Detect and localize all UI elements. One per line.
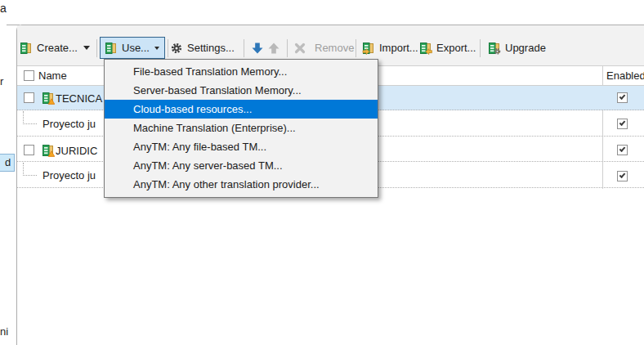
- sidebar-fragment-ni: ni: [0, 325, 8, 338]
- checkmark-icon: [619, 172, 626, 178]
- row-name: JURIDIC: [56, 145, 97, 157]
- use-dropdown-menu: File-based Translation Memory... Server-…: [104, 59, 378, 198]
- translation-memory-icon: [20, 42, 33, 55]
- tree-connector: [23, 163, 37, 176]
- row-name: TECNICA: [56, 92, 102, 105]
- settings-button[interactable]: Settings...: [170, 37, 235, 59]
- gear-icon: [170, 42, 183, 55]
- select-all-checkbox[interactable]: [24, 70, 34, 81]
- enabled-checkbox[interactable]: [617, 145, 628, 155]
- column-header-name[interactable]: Name: [38, 69, 67, 82]
- menu-item-anytm-file-based[interactable]: AnyTM: Any file-based TM...: [105, 137, 378, 156]
- checkmark-icon: [619, 119, 626, 126]
- export-button-label: Export...: [436, 42, 476, 54]
- move-up-button[interactable]: [267, 37, 280, 59]
- use-button-label: Use...: [122, 42, 150, 54]
- enabled-checkbox[interactable]: [617, 119, 628, 129]
- remove-x-icon: [293, 42, 306, 55]
- sidebar-fragment-r: r: [0, 75, 3, 87]
- toolbar-separator: [356, 39, 356, 57]
- upgrade-icon: [488, 42, 501, 55]
- row-name: Proyecto ju: [42, 118, 96, 130]
- create-dropdown-caret-icon[interactable]: [83, 46, 90, 50]
- sidebar-fragment-a: a: [0, 2, 7, 15]
- settings-button-label: Settings...: [187, 42, 235, 54]
- down-arrow-icon: [251, 42, 264, 55]
- sidebar-selected-item-fragment[interactable]: d: [0, 154, 15, 172]
- toolbar-separator: [287, 39, 288, 57]
- import-button[interactable]: Import...: [362, 37, 418, 59]
- row-select-checkbox[interactable]: [24, 92, 34, 103]
- menu-item-machine-translation[interactable]: Machine Translation (Enterprise)...: [105, 119, 378, 137]
- upgrade-button[interactable]: Upgrade: [488, 37, 546, 59]
- create-button[interactable]: Create...: [20, 37, 90, 59]
- toolbar-separator: [96, 39, 97, 57]
- move-down-button[interactable]: [251, 37, 264, 59]
- remove-button[interactable]: Remove: [293, 37, 354, 59]
- toolbar-separator: [168, 39, 168, 57]
- menu-item-anytm-other-provider[interactable]: AnyTM: Any other translation provider...: [105, 175, 378, 194]
- menu-item-cloud-based-resources[interactable]: Cloud-based resources...: [105, 100, 378, 119]
- import-button-label: Import...: [379, 42, 418, 54]
- column-header-enabled[interactable]: Enabled: [606, 69, 644, 82]
- row-select-checkbox[interactable]: [24, 145, 34, 155]
- import-icon: [362, 42, 375, 55]
- use-dropdown-caret-icon[interactable]: [154, 47, 159, 50]
- checkmark-icon: [619, 146, 626, 152]
- enabled-checkbox[interactable]: [617, 92, 628, 103]
- create-button-label: Create...: [37, 42, 78, 54]
- menu-item-anytm-server-based[interactable]: AnyTM: Any server-based TM...: [105, 156, 378, 175]
- tree-connector: [23, 111, 37, 124]
- use-button[interactable]: Use...: [100, 37, 165, 59]
- sidebar-fragment-d: d: [5, 156, 11, 168]
- menu-item-server-based-tm[interactable]: Server-based Translation Memory...: [105, 81, 378, 100]
- checkmark-icon: [619, 93, 626, 100]
- toolbar-separator: [480, 39, 481, 57]
- translation-memory-icon: [105, 42, 118, 55]
- menu-item-file-based-tm[interactable]: File-based Translation Memory...: [105, 62, 378, 81]
- toolbar-separator: [244, 39, 244, 57]
- tm-warning-icon: [42, 144, 55, 157]
- enabled-checkbox[interactable]: [617, 171, 628, 181]
- export-icon: [419, 42, 432, 55]
- tm-warning-icon: [42, 92, 55, 105]
- export-button[interactable]: Export...: [419, 37, 476, 59]
- row-name: Proyecto ju: [42, 169, 96, 181]
- remove-button-label: Remove: [315, 42, 354, 54]
- up-arrow-icon: [267, 42, 280, 55]
- upgrade-button-label: Upgrade: [505, 42, 546, 54]
